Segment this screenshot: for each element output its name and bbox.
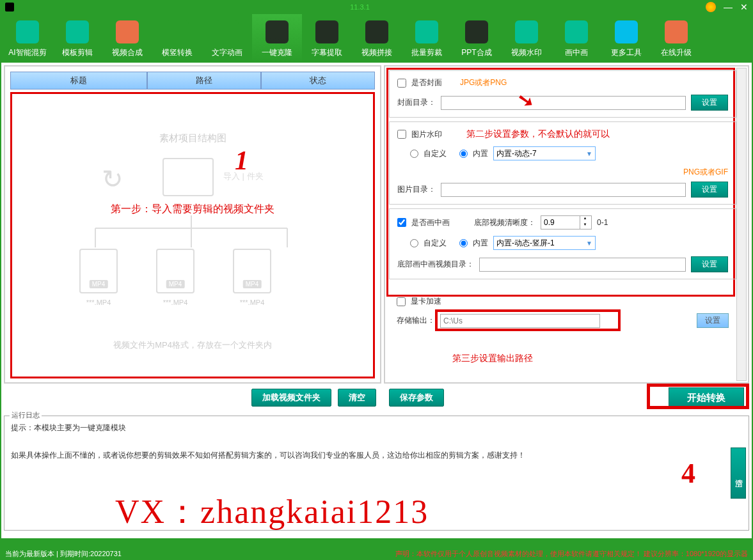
tool-画中画[interactable]: 画中画 bbox=[551, 14, 601, 63]
tool-label: 一键克隆 bbox=[262, 47, 292, 58]
wm-custom-radio[interactable] bbox=[410, 150, 418, 158]
out-set-button[interactable]: 设置 bbox=[697, 313, 729, 328]
col-status[interactable]: 状态 bbox=[261, 72, 375, 89]
png-note: PNG或者GIF bbox=[683, 167, 728, 176]
section-pip: 是否画中画 底部视频清晰度： ▲▼ 0-1 自定义 内置 内置-动态-竖屏-1▼ bbox=[389, 208, 736, 279]
left-buttons: 加载视频文件夹 清空 bbox=[4, 386, 381, 409]
tool-label: 在线升级 bbox=[661, 47, 692, 58]
tool-icon bbox=[414, 19, 440, 45]
img-dir-input[interactable] bbox=[441, 183, 686, 197]
tool-label: 更多工具 bbox=[611, 47, 642, 58]
tool-label: AI智能混剪 bbox=[8, 47, 46, 58]
tool-在线升级[interactable]: 在线升级 bbox=[651, 14, 701, 63]
tool-视频合成[interactable]: 视频合成 bbox=[102, 14, 152, 63]
mp4-item: ***.MP4 bbox=[230, 249, 274, 306]
mp4-icon bbox=[233, 249, 271, 293]
wm-combo[interactable]: 内置-动态-7▼ bbox=[493, 146, 596, 160]
pip-builtin-radio[interactable] bbox=[459, 239, 468, 247]
diagram-title: 素材项目结构图 bbox=[159, 132, 226, 144]
gpu-checkbox[interactable] bbox=[397, 297, 406, 306]
tool-一键克隆[interactable]: 一键克隆 bbox=[252, 14, 302, 63]
cover-dir-label: 封面目录： bbox=[397, 97, 436, 108]
log-clear-button[interactable]: 清空 bbox=[731, 447, 746, 499]
jpg-note: JPG或者PNG bbox=[460, 77, 507, 88]
cover-label: 是否封面 bbox=[411, 77, 442, 88]
close-button[interactable]: ✕ bbox=[740, 2, 748, 12]
img-set-button[interactable]: 设置 bbox=[691, 182, 728, 198]
tool-icon bbox=[464, 19, 489, 45]
cover-dir-input[interactable] bbox=[441, 96, 686, 110]
step3-text: 第三步设置输出路径 bbox=[452, 353, 533, 364]
pip-set-button[interactable]: 设置 bbox=[691, 256, 728, 272]
tool-icon bbox=[164, 19, 190, 45]
titlebar: 11.3.1 — ✕ bbox=[0, 0, 753, 14]
tool-视频拼接[interactable]: 视频拼接 bbox=[352, 14, 402, 63]
minimize-button[interactable]: — bbox=[724, 2, 733, 12]
tool-视频水印[interactable]: 视频水印 bbox=[502, 14, 551, 63]
spin-down-icon[interactable]: ▼ bbox=[580, 222, 590, 229]
tool-label: PPT合成 bbox=[461, 47, 491, 58]
pip-dir-input[interactable] bbox=[479, 258, 686, 272]
chevron-down-icon: ▼ bbox=[586, 240, 592, 247]
mp4-icon bbox=[79, 249, 118, 293]
watermark-checkbox[interactable] bbox=[397, 130, 406, 139]
pip-builtin-label: 内置 bbox=[473, 238, 488, 249]
tool-文字动画[interactable]: 文字动画 bbox=[202, 14, 252, 63]
clarity-input[interactable] bbox=[541, 216, 580, 229]
gpu-label: 显卡加速 bbox=[411, 296, 441, 307]
annotation-arrow-2: ➘ bbox=[516, 88, 535, 113]
file-list-box: 标题 路径 状态 素材项目结构图 ↻ 导入 | 件夹 1 第一步：导入需要剪辑的… bbox=[4, 65, 381, 384]
wm-builtin-label: 内置 bbox=[473, 148, 488, 159]
clarity-spinner[interactable]: ▲▼ bbox=[541, 215, 592, 229]
tool-icon bbox=[15, 19, 40, 45]
app-icon bbox=[5, 3, 14, 12]
save-params-button[interactable]: 保存参数 bbox=[389, 389, 444, 407]
tool-icon bbox=[364, 19, 390, 45]
tool-icon bbox=[264, 19, 290, 45]
tool-icon bbox=[115, 19, 140, 45]
load-folder-button[interactable]: 加载视频文件夹 bbox=[251, 389, 331, 407]
vx-overlay: VX：zhangkaiai1213 bbox=[115, 490, 429, 534]
right-buttons: 保存参数 开始转换 bbox=[384, 386, 749, 409]
log-line2: 如果具体操作上面不懂的，或者说你想要的剪辑效果不知如何搭配剪辑方案的，可以咨询我… bbox=[11, 449, 742, 463]
tool-批量剪裁[interactable]: 批量剪裁 bbox=[402, 14, 452, 63]
clarity-range: 0-1 bbox=[597, 218, 608, 227]
status-version: 当前为最新版本 | 到期时间:20220731 bbox=[5, 549, 122, 559]
settings-scroll[interactable]: 是否封面 JPG或者PNG ➘ 封面目录： 设置 图片水印 第二步设置参数，不会… bbox=[384, 65, 749, 384]
section-watermark: 图片水印 第二步设置参数，不会默认的就可以 自定义 内置 内置-动态-7▼ PN… bbox=[389, 121, 736, 205]
import-arrow-icon: ↻ bbox=[102, 164, 123, 194]
tool-字幕提取[interactable]: 字幕提取 bbox=[302, 14, 352, 63]
wm-builtin-radio[interactable] bbox=[459, 150, 468, 158]
pip-custom-radio[interactable] bbox=[410, 239, 418, 247]
mp4-row: ***.MP4 ***.MP4 ***.MP4 bbox=[76, 249, 274, 306]
clear-button[interactable]: 清空 bbox=[338, 389, 376, 407]
pip-dir-label: 底部画中画视频目录： bbox=[397, 259, 474, 270]
tool-label: 批量剪裁 bbox=[411, 47, 442, 58]
cover-checkbox[interactable] bbox=[397, 79, 406, 88]
spin-up-icon[interactable]: ▲ bbox=[580, 216, 590, 222]
start-convert-button[interactable]: 开始转换 bbox=[669, 387, 744, 408]
out-label: 存储输出： bbox=[397, 315, 435, 326]
pip-checkbox[interactable] bbox=[397, 218, 406, 227]
tool-更多工具[interactable]: 更多工具 bbox=[601, 14, 651, 63]
tool-横竖转换[interactable]: 横竖转换 bbox=[152, 14, 202, 63]
pip-combo[interactable]: 内置-动态-竖屏-1▼ bbox=[493, 236, 596, 250]
tool-label: 画中画 bbox=[565, 47, 588, 58]
tool-label: 视频拼接 bbox=[361, 47, 392, 58]
diagram-note: 视频文件为MP4格式，存放在一个文件夹内 bbox=[113, 339, 272, 351]
annotation-4: 4 bbox=[681, 457, 695, 490]
folder-icon bbox=[162, 158, 214, 196]
file-canvas[interactable]: 素材项目结构图 ↻ 导入 | 件夹 1 第一步：导入需要剪辑的视频文件夹 ***… bbox=[10, 92, 375, 378]
col-title[interactable]: 标题 bbox=[10, 72, 147, 89]
col-path[interactable]: 路径 bbox=[147, 72, 261, 89]
cover-set-button[interactable]: 设置 bbox=[691, 95, 728, 111]
tool-icon bbox=[214, 19, 240, 45]
tool-icon bbox=[564, 19, 589, 45]
tool-label: 横竖转换 bbox=[162, 47, 193, 58]
tool-AI智能混剪[interactable]: AI智能混剪 bbox=[3, 14, 52, 63]
tool-模板剪辑[interactable]: 模板剪辑 bbox=[52, 14, 102, 63]
version-label: 11.3.1 bbox=[14, 3, 706, 11]
tool-PPT合成[interactable]: PPT合成 bbox=[452, 14, 502, 63]
log-content: 提示：本模块主要为一键克隆模块 如果具体操作上面不懂的，或者说你想要的剪辑效果不… bbox=[4, 416, 749, 468]
out-input[interactable] bbox=[440, 314, 600, 328]
